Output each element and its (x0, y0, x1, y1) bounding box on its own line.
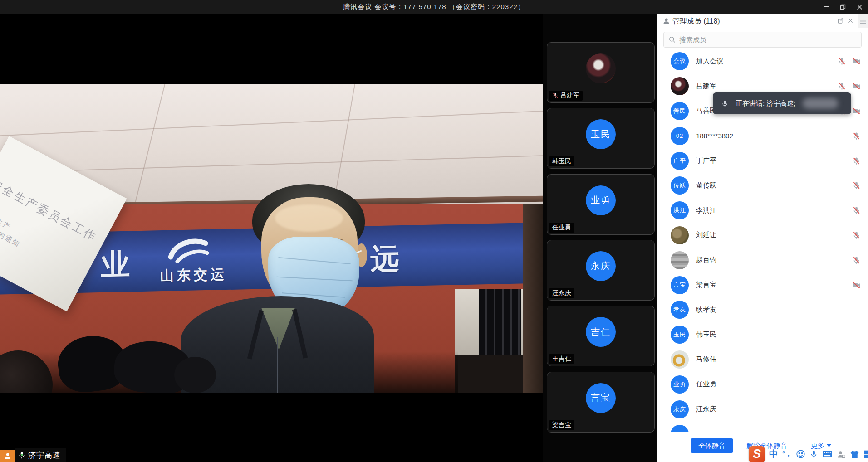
video-pillar (523, 204, 543, 393)
thumbnail-avatar: 言宝 (586, 383, 616, 413)
member-name: 马修伟 (696, 355, 716, 364)
video-thumbnail[interactable]: 业勇任业勇 (547, 174, 655, 235)
member-row[interactable]: 会议加入会议 (657, 49, 868, 74)
camera-off-icon[interactable] (852, 57, 861, 66)
member-name: 刘延让 (696, 231, 716, 239)
member-avatar (671, 77, 689, 95)
thumbnail-name-label: 韩玉民 (549, 156, 574, 166)
panel-menu-icon[interactable] (859, 18, 866, 26)
member-row[interactable]: 孝友耿孝友 (657, 297, 868, 322)
close-button[interactable] (851, 0, 868, 14)
member-row[interactable]: 刘延让 (657, 223, 868, 248)
member-row[interactable]: 传跃董传跃 (657, 173, 868, 198)
mic-off-icon[interactable] (852, 181, 861, 190)
video-thumbnail[interactable]: 言宝梁言宝 (547, 372, 655, 433)
punctuation-mode[interactable]: °， (782, 450, 792, 458)
camera-off-icon[interactable] (852, 281, 861, 289)
skin-center-icon[interactable] (850, 450, 859, 459)
voice-input-icon[interactable] (809, 450, 818, 458)
member-avatar (671, 251, 689, 269)
banner-char-right: 远 (370, 239, 400, 279)
minimize-button[interactable] (818, 0, 834, 14)
video-monitors (479, 289, 521, 357)
screen: 腾讯会议 会议号：177 570 178 （会议密码：220322） 业 (0, 0, 868, 462)
thumbnail-avatar: 吉仁 (586, 317, 616, 347)
member-avatar (671, 226, 689, 244)
close-icon (857, 4, 863, 10)
member-row[interactable]: 洪江李洪江 (657, 198, 868, 223)
member-avatar: 洪江 (671, 201, 689, 219)
thumbnail-name-label: 王吉仁 (549, 354, 574, 364)
banner-brand-text: 山东交运 (160, 265, 227, 285)
member-avatar: 02 (671, 127, 689, 145)
lang-indicator[interactable]: 中 (769, 448, 778, 460)
member-name: 吕建军 (696, 82, 716, 91)
active-mic-icon (18, 451, 26, 459)
toolbox-icon[interactable] (863, 450, 868, 459)
soft-keyboard-icon[interactable] (822, 450, 833, 458)
mute-all-button[interactable]: 全体静音 (691, 438, 733, 453)
member-avatar (671, 350, 689, 369)
active-speaker-name: 济宇高速 (28, 450, 61, 461)
member-row[interactable]: 广平丁广平 (657, 148, 868, 173)
camera-off-icon[interactable] (852, 107, 861, 115)
video-thumbnail[interactable]: 永庆汪永庆 (547, 240, 655, 301)
emoji-picker-icon[interactable] (796, 449, 805, 459)
user-tools-icon[interactable] (837, 450, 846, 459)
thumbnail-name-label: 梁言宝 (549, 420, 574, 430)
member-avatar: 玉民 (671, 326, 689, 344)
member-search-input[interactable] (679, 36, 857, 44)
window-controls (818, 0, 868, 14)
member-avatar: 言宝 (671, 276, 689, 294)
member-row[interactable]: 业勇任业勇 (657, 372, 868, 397)
member-avatar: 业勇 (671, 375, 689, 394)
member-avatar: 会议 (671, 52, 689, 70)
speaking-toast: 正在讲话: 济宇高速; (713, 92, 851, 114)
thumbnail-name-label: 任业勇 (549, 223, 574, 233)
member-row[interactable]: 玉民韩玉民 (657, 322, 868, 347)
camera-off-icon[interactable] (852, 82, 861, 91)
mic-off-icon[interactable] (852, 231, 861, 239)
member-row[interactable]: 言宝梁言宝 (657, 272, 868, 297)
member-row[interactable]: 02188****3802 (657, 123, 868, 148)
search-icon (668, 36, 676, 44)
taskbar-person-icon[interactable] (0, 450, 15, 462)
thumbnail-photo-avatar (586, 53, 616, 83)
mic-off-icon[interactable] (838, 82, 846, 91)
member-row[interactable]: 永庆汪永庆 (657, 397, 868, 422)
ime-toolbar: S中°， (749, 446, 868, 462)
thumbnail-name-label: 吕建军 (549, 91, 583, 101)
video-thumbnail[interactable]: 吕建军 (547, 42, 655, 103)
sogou-logo[interactable]: S (749, 446, 765, 462)
main-video[interactable]: 业 山东交运 远 安全生产委员会工作 业安全生产 （行）的通知 (0, 84, 543, 393)
member-name: 任业勇 (696, 380, 716, 389)
member-name: 梁言宝 (696, 281, 716, 289)
video-thumbnail[interactable]: 玉民韩玉民 (547, 108, 655, 169)
thumbnail-avatar: 玉民 (586, 119, 616, 149)
close-panel-button[interactable] (847, 17, 854, 26)
member-row[interactable]: 赵百钧 (657, 248, 868, 272)
member-row[interactable] (657, 422, 868, 432)
member-row[interactable]: 马修伟 (657, 347, 868, 372)
paper-title-text: 安全生产委员会工作 (0, 176, 100, 245)
window-titlebar: 腾讯会议 会议号：177 570 178 （会议密码：220322） (0, 0, 868, 14)
popout-panel-button[interactable] (837, 17, 844, 26)
thumbnail-strip: 吕建军玉民韩玉民业勇任业勇永庆汪永庆吉仁王吉仁言宝梁言宝 (543, 14, 657, 462)
member-name: 188****3802 (696, 132, 733, 140)
member-search-box[interactable] (663, 32, 862, 48)
mic-off-icon[interactable] (852, 131, 861, 140)
mic-off-icon[interactable] (852, 206, 861, 215)
restore-button[interactable] (834, 0, 851, 14)
member-panel: 管理成员 (118) 会议加入会议吕建军善民马善民02188****3802广平… (657, 14, 868, 462)
mic-off-icon[interactable] (838, 57, 846, 66)
mic-off-icon[interactable] (852, 256, 861, 264)
thumbnail-avatar: 永庆 (586, 251, 616, 281)
video-thumbnail[interactable]: 吉仁王吉仁 (547, 306, 655, 366)
mic-off-icon (552, 92, 559, 99)
member-name: 韩玉民 (696, 331, 716, 339)
member-name: 加入会议 (696, 57, 723, 66)
mic-off-icon[interactable] (852, 156, 861, 165)
shandong-jiaoyun-logo-icon (163, 237, 214, 266)
member-name: 李洪江 (696, 206, 716, 215)
member-avatar: 孝友 (671, 301, 689, 319)
